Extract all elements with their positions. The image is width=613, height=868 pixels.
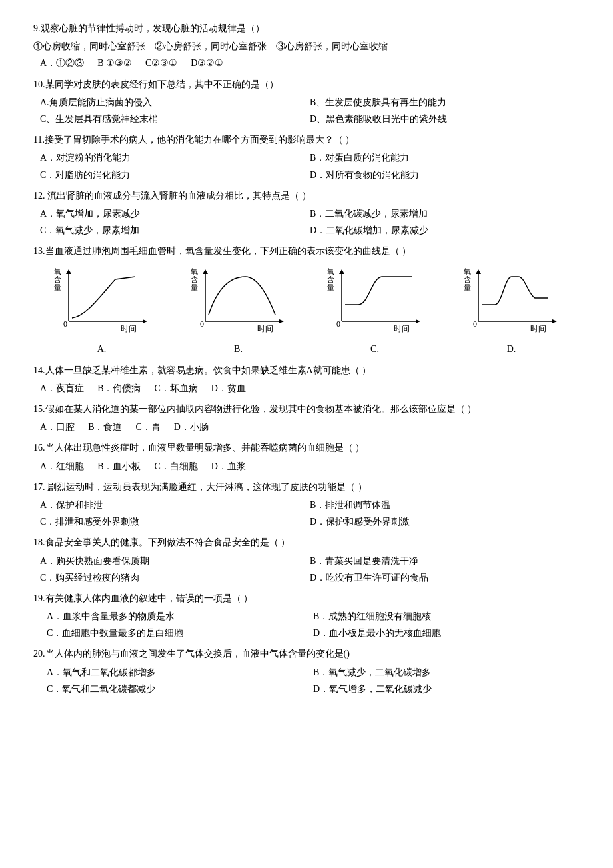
y-label: 氧	[327, 267, 334, 275]
option: A．口腔	[40, 419, 75, 435]
option: D．二氧化碳增加，尿素减少	[310, 222, 580, 239]
q14-title: 14.人体一旦缺乏某种维生素，就容易患病。饮食中如果缺乏维生素A就可能患（ ）	[33, 362, 580, 379]
q11-title: 11.接受了胃切除手术的病人，他的消化能力在哪个方面受到的影响最大？（ ）	[33, 131, 580, 148]
question-19: 19.有关健康人体内血液的叙述中，错误的一项是（ ） A．血浆中含量最多的物质是…	[33, 590, 580, 642]
q16-options: A．红细胞 B．血小板 C．白细胞 D．血浆	[40, 458, 580, 475]
x-arrow	[416, 319, 420, 323]
curve	[345, 277, 412, 305]
option: C．坏血病	[154, 380, 197, 397]
q15-options: A．口腔 B．食道 C．胃 D．小肠	[40, 419, 580, 435]
option: C．氧气减少，尿素增加	[40, 222, 310, 239]
option: B．食道	[88, 419, 122, 435]
option: A．红细胞	[40, 458, 84, 475]
y-arrow	[203, 269, 208, 274]
option: B ①③②	[97, 55, 132, 71]
y-label2: 含	[464, 275, 471, 283]
q20-options: A．氧气和二氧化碳都增多 B．氧气减少，二氧化碳增多 C．氧气和二氧化碳都减少 …	[47, 664, 580, 697]
option: D．血浆	[211, 458, 246, 475]
y-arrow	[476, 269, 481, 274]
q11-options: A．对淀粉的消化能力 B．对蛋白质的消化能力 C．对脂肪的消化能力 D．对所有食…	[40, 149, 580, 183]
graph-D: 氧 含 量 0 时间	[458, 265, 565, 338]
q20-title: 20.当人体内的肺泡与血液之间发生了气体交换后，血液中气体含量的变化是()	[33, 645, 580, 662]
graph-label-D: D.	[458, 341, 565, 357]
option: D．贫血	[211, 380, 246, 397]
option: D．血小板是最小的无核血细胞	[313, 625, 580, 641]
option: D．保护和感受外界刺激	[310, 513, 580, 530]
question-10: 10.某同学对皮肤的表皮经行如下总结，其中不正确的是（） A.角质层能防止病菌的…	[33, 76, 580, 128]
option: D．小肠	[174, 419, 209, 435]
option: B．成熟的红细胞没有细胞核	[313, 608, 580, 625]
option: B．佝偻病	[97, 380, 141, 397]
graph-A: 氧 含 量 0 时间	[49, 265, 155, 338]
curve	[482, 277, 548, 305]
graph-label-C: C.	[322, 341, 428, 357]
origin: 0	[336, 319, 340, 329]
x-label: 时间	[394, 324, 410, 333]
question-20: 20.当人体内的肺泡与血液之间发生了气体交换后，血液中气体含量的变化是() A．…	[33, 645, 580, 697]
graph-label-A: A.	[49, 341, 155, 357]
graph-C-svg: 氧 含 量 0 时间	[322, 265, 428, 338]
origin: 0	[200, 319, 204, 329]
q12-title: 12. 流出肾脏的血液成分与流入肾脏的血液成分相比，其特点是（ ）	[33, 187, 580, 204]
q18-options: A．购买快熟面要看保质期 B．青菜买回是要清洗干净 C．购买经过检疫的猪肉 D．…	[40, 553, 580, 586]
option: C．胃	[135, 419, 160, 435]
option: D．吃没有卫生许可证的食品	[310, 569, 580, 586]
option: A．血浆中含量最多的物质是水	[47, 608, 313, 625]
graph-D-svg: 氧 含 量 0 时间	[458, 265, 565, 338]
y-label3: 量	[464, 283, 471, 291]
option: A．保护和排泄	[40, 497, 310, 513]
y-label3: 量	[54, 283, 61, 291]
option: A．购买快熟面要看保质期	[40, 553, 310, 569]
x-arrow	[143, 319, 147, 323]
q17-options: A．保护和排泄 B．排泄和调节体温 C．排泄和感受外界刺激 D．保护和感受外界刺…	[40, 497, 580, 530]
graph-B-svg: 氧 含 量 0 时间	[185, 265, 292, 338]
option: C．对脂肪的消化能力	[40, 167, 310, 183]
question-14: 14.人体一旦缺乏某种维生素，就容易患病。饮食中如果缺乏维生素A就可能患（ ） …	[33, 362, 580, 397]
question-13: 13.当血液通过肺泡周围毛细血管时，氧含量发生变化，下列正确的表示该变化的曲线是…	[33, 243, 580, 357]
q17-title: 17. 剧烈运动时，运动员表现为满脸通红，大汗淋漓，这体现了皮肤的功能是（ ）	[33, 479, 580, 495]
origin: 0	[473, 319, 477, 329]
option: D、黑色素能吸收日光中的紫外线	[310, 111, 580, 127]
q10-title: 10.某同学对皮肤的表皮经行如下总结，其中不正确的是（）	[33, 76, 580, 93]
option: B．排泄和调节体温	[310, 497, 580, 513]
option: B、生发层使皮肤具有再生的能力	[310, 94, 580, 111]
option: A.角质层能防止病菌的侵入	[40, 94, 310, 111]
y-label: 氧	[191, 267, 198, 275]
q12-options: A．氧气增加，尿素减少 B．二氧化碳减少，尿素增加 C．氧气减少，尿素增加 D．…	[40, 205, 580, 239]
y-arrow	[66, 269, 71, 274]
option: A．氧气和二氧化碳都增多	[47, 664, 313, 681]
q14-options: A．夜盲症 B．佝偻病 C．坏血病 D．贫血	[40, 380, 580, 397]
graph-B: 氧 含 量 0 时间	[185, 265, 292, 338]
q9-sub: ①心房收缩，同时心室舒张 ②心房舒张，同时心室舒张 ③心房舒张，同时心室收缩	[33, 38, 580, 55]
y-label: 氧	[464, 267, 471, 275]
q13-graph-labels: A. B. C. D.	[33, 341, 580, 357]
q19-title: 19.有关健康人体内血液的叙述中，错误的一项是（ ）	[33, 590, 580, 607]
option: B．青菜买回是要清洗干净	[310, 553, 580, 569]
option: D．氧气增多，二氧化碳减少	[313, 681, 580, 697]
q15-title: 15.假如在某人消化道的某一部位内抽取内容物进行化验，发现其中的食物基本被消化。…	[33, 401, 580, 417]
option: C．排泄和感受外界刺激	[40, 513, 310, 530]
x-arrow	[279, 319, 284, 323]
option: C．血细胞中数量最多的是白细胞	[47, 625, 313, 641]
x-arrow	[552, 319, 557, 323]
question-15: 15.假如在某人消化道的某一部位内抽取内容物进行化验，发现其中的食物基本被消化。…	[33, 401, 580, 435]
origin: 0	[63, 319, 67, 329]
y-label2: 含	[191, 275, 198, 283]
y-label2: 含	[327, 275, 334, 283]
y-label3: 量	[191, 283, 198, 291]
option: C、生发层具有感觉神经末梢	[40, 111, 310, 127]
graph-A-svg: 氧 含 量 0 时间	[49, 265, 155, 338]
option: A．氧气增加，尿素减少	[40, 205, 310, 222]
option: D③②①	[191, 55, 223, 71]
option: D．对所有食物的消化能力	[310, 167, 580, 183]
curve	[209, 277, 275, 315]
question-12: 12. 流出肾脏的血液成分与流入肾脏的血液成分相比，其特点是（ ） A．氧气增加…	[33, 187, 580, 239]
y-label3: 量	[327, 283, 334, 291]
q19-options: A．血浆中含量最多的物质是水 B．成熟的红细胞没有细胞核 C．血细胞中数量最多的…	[47, 608, 580, 641]
curve	[72, 277, 135, 318]
q13-title: 13.当血液通过肺泡周围毛细血管时，氧含量发生变化，下列正确的表示该变化的曲线是…	[33, 243, 580, 259]
option: C②③①	[145, 55, 177, 71]
option: C．氧气和二氧化碳都减少	[47, 681, 313, 697]
q18-title: 18.食品安全事关人的健康。下列做法不符合食品安全的是（ ）	[33, 534, 580, 551]
q9-options: A．①②③ B ①③② C②③① D③②①	[40, 55, 580, 71]
